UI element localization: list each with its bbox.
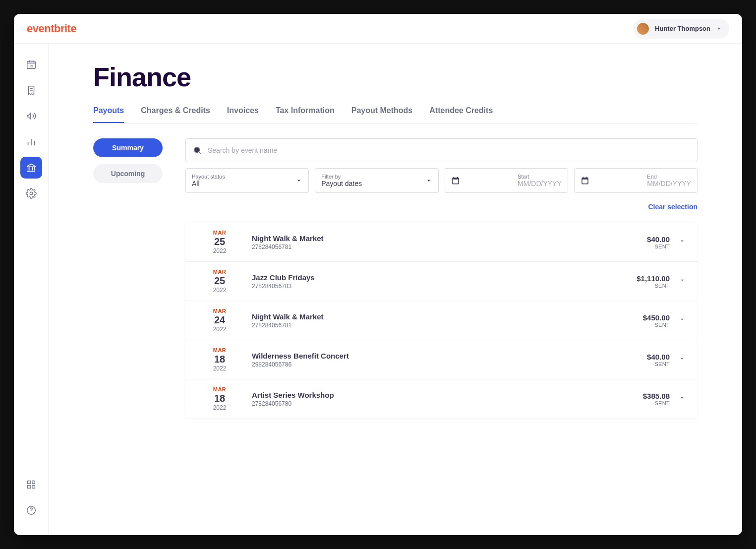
- bank-icon: [26, 162, 37, 173]
- nav-calendar[interactable]: 25: [20, 54, 42, 75]
- nav-apps[interactable]: [20, 474, 42, 495]
- nav-marketing[interactable]: [20, 105, 42, 127]
- payout-date: MAR 25 2022: [197, 269, 242, 294]
- payout-row[interactable]: MAR 18 2022 Artist Series Workshop 27828…: [185, 379, 698, 418]
- payout-date: MAR 24 2022: [197, 308, 242, 333]
- payout-event: Wilderness Benefit Concert 298284056786: [242, 352, 647, 368]
- chevron-down-icon: [679, 277, 686, 284]
- filter-label: End: [647, 174, 691, 180]
- filter-value: Payout dates: [321, 180, 362, 187]
- topbar: eventbrite Hunter Thompson: [14, 14, 742, 44]
- content: Finance PayoutsCharges & CreditsInvoices…: [49, 44, 742, 535]
- gear-icon: [26, 188, 37, 199]
- tab-payout-methods[interactable]: Payout Methods: [351, 106, 413, 123]
- svg-text:25: 25: [29, 64, 33, 68]
- payout-event: Jazz Club Fridays 278284056783: [242, 273, 637, 290]
- svg-rect-4: [32, 481, 35, 484]
- bar-chart-icon: [26, 136, 37, 147]
- nav-settings[interactable]: [20, 183, 42, 204]
- filter-start-date[interactable]: Start MM/DD/YYYY: [445, 168, 568, 193]
- amount-status: SENT: [643, 400, 670, 406]
- payout-row[interactable]: MAR 25 2022 Jazz Club Fridays 2782840567…: [185, 262, 698, 301]
- filter-filter-by[interactable]: Filter by Payout dates: [315, 168, 438, 193]
- date-month: MAR: [197, 308, 242, 314]
- search-icon: [193, 146, 202, 155]
- user-name: Hunter Thompson: [655, 25, 710, 32]
- date-year: 2022: [197, 365, 242, 372]
- payout-row[interactable]: MAR 25 2022 Night Walk & Market 27828405…: [185, 223, 698, 262]
- nav-reports[interactable]: [20, 131, 42, 153]
- brand-logo[interactable]: eventbrite: [27, 22, 76, 35]
- date-year: 2022: [197, 287, 242, 294]
- expand-toggle[interactable]: [679, 316, 686, 325]
- payout-amount: $40.00 SENT: [647, 235, 670, 249]
- svg-rect-5: [27, 486, 30, 488]
- nav-finance[interactable]: [20, 157, 42, 179]
- avatar: [636, 22, 650, 36]
- amount-status: SENT: [647, 244, 670, 249]
- filter-label: Start: [518, 174, 562, 180]
- filter-payout-status[interactable]: Payout status All: [185, 168, 309, 193]
- date-day: 25: [197, 236, 242, 247]
- clear-selection-link[interactable]: Clear selection: [648, 203, 698, 211]
- amount-value: $40.00: [647, 235, 670, 244]
- date-month: MAR: [197, 269, 242, 275]
- svg-rect-3: [27, 481, 30, 484]
- event-name: Artist Series Workshop: [252, 391, 643, 399]
- payout-date: MAR 18 2022: [197, 386, 242, 411]
- payout-amount: $450.00 SENT: [643, 313, 670, 328]
- payout-row[interactable]: MAR 18 2022 Wilderness Benefit Concert 2…: [185, 340, 698, 379]
- tab-payouts[interactable]: Payouts: [93, 106, 124, 123]
- payout-date: MAR 18 2022: [197, 347, 242, 372]
- payout-row[interactable]: MAR 24 2022 Night Walk & Market 27828405…: [185, 301, 698, 340]
- tab-tax-information[interactable]: Tax Information: [276, 106, 335, 123]
- event-name: Night Walk & Market: [252, 312, 643, 321]
- search-input[interactable]: [208, 146, 690, 154]
- payout-list: MAR 25 2022 Night Walk & Market 27828405…: [185, 223, 698, 418]
- event-id: 278284056780: [252, 400, 643, 407]
- sidetab-summary[interactable]: Summary: [93, 138, 163, 157]
- chevron-down-icon: [425, 177, 432, 184]
- grid-icon: [26, 479, 37, 490]
- search-box[interactable]: [185, 138, 698, 162]
- page-title: Finance: [93, 61, 698, 92]
- side-tabs: Summary Upcoming: [93, 138, 163, 418]
- help-icon: [26, 505, 37, 516]
- amount-value: $450.00: [643, 313, 670, 322]
- event-id: 278284056781: [252, 322, 643, 329]
- tab-invoices[interactable]: Invoices: [227, 106, 259, 123]
- date-year: 2022: [197, 247, 242, 254]
- sidetab-upcoming[interactable]: Upcoming: [93, 164, 163, 183]
- chevron-down-icon: [679, 355, 686, 362]
- tab-charges-credits[interactable]: Charges & Credits: [141, 106, 210, 123]
- expand-toggle[interactable]: [679, 238, 686, 246]
- filter-placeholder: MM/DD/YYYY: [647, 180, 691, 187]
- megaphone-icon: [26, 111, 37, 122]
- payout-date: MAR 25 2022: [197, 230, 242, 254]
- expand-toggle[interactable]: [679, 394, 686, 403]
- amount-status: SENT: [643, 322, 670, 328]
- event-id: 278284056781: [252, 244, 647, 250]
- amount-status: SENT: [647, 361, 670, 367]
- filter-label: Filter by: [321, 174, 362, 180]
- amount-value: $40.00: [647, 353, 670, 361]
- receipt-icon: [26, 85, 37, 96]
- amount-value: $385.08: [643, 392, 670, 400]
- payout-amount: $385.08 SENT: [643, 392, 670, 406]
- tab-attendee-credits[interactable]: Attendee Credits: [429, 106, 493, 123]
- filter-value: All: [192, 180, 225, 187]
- nav-orders[interactable]: [20, 79, 42, 101]
- date-day: 18: [197, 353, 242, 365]
- nav-help[interactable]: [20, 499, 42, 521]
- svg-point-8: [194, 147, 200, 153]
- payout-event: Night Walk & Market 278284056781: [242, 234, 647, 250]
- filter-end-date[interactable]: End MM/DD/YYYY: [574, 168, 698, 193]
- date-month: MAR: [197, 386, 242, 392]
- user-menu[interactable]: Hunter Thompson: [633, 19, 729, 39]
- date-month: MAR: [197, 230, 242, 236]
- expand-toggle[interactable]: [679, 277, 686, 286]
- amount-status: SENT: [637, 283, 670, 289]
- expand-toggle[interactable]: [679, 355, 686, 364]
- payout-amount: $40.00 SENT: [647, 353, 670, 367]
- chevron-down-icon: [295, 177, 302, 184]
